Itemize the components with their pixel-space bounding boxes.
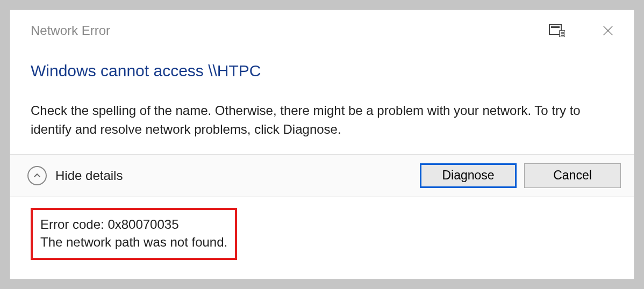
credential-manager-icon	[549, 24, 565, 37]
cancel-button[interactable]: Cancel	[524, 163, 621, 188]
error-details-box: Error code: 0x80070035 The network path …	[31, 208, 237, 260]
network-error-dialog: Network Error Windows cannot access \\HT…	[10, 10, 634, 279]
description-text: Check the spelling of the name. Otherwis…	[31, 102, 613, 139]
dialog-title: Network Error	[31, 23, 549, 38]
close-icon	[602, 25, 614, 37]
details-panel: Error code: 0x80070035 The network path …	[10, 197, 634, 276]
chevron-up-icon	[27, 166, 47, 185]
error-code-line: Error code: 0x80070035	[40, 215, 227, 234]
close-button[interactable]	[597, 20, 619, 41]
details-toggle[interactable]: Hide details	[27, 166, 412, 185]
diagnose-button[interactable]: Diagnose	[420, 163, 517, 188]
content-area: Windows cannot access \\HTPC Check the s…	[10, 46, 634, 154]
main-heading: Windows cannot access \\HTPC	[31, 62, 613, 80]
button-row: Hide details Diagnose Cancel	[10, 154, 634, 197]
svg-rect-1	[551, 26, 560, 28]
details-toggle-label: Hide details	[55, 168, 123, 183]
titlebar: Network Error	[10, 10, 634, 46]
error-message-line: The network path was not found.	[40, 233, 227, 251]
